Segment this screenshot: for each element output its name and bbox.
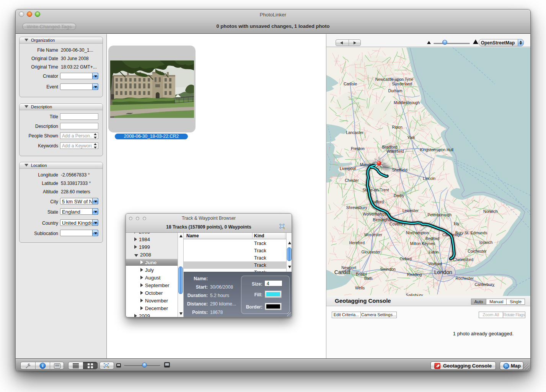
- svg-text:Lincoln: Lincoln: [423, 176, 435, 181]
- svg-text:i: i: [42, 363, 43, 368]
- svg-text:Preston: Preston: [351, 147, 365, 151]
- svg-text:Ely: Ely: [454, 222, 460, 226]
- svg-text:Cardiff: Cardiff: [334, 269, 350, 275]
- svg-text:London: London: [434, 269, 452, 275]
- svg-text:Sheffield: Sheffield: [392, 168, 407, 172]
- svg-text:Carlisle: Carlisle: [344, 82, 357, 86]
- svg-text:Salisbury: Salisbury: [406, 293, 423, 296]
- svg-text:Swindon: Swindon: [380, 267, 396, 271]
- svg-text:Gloucester: Gloucester: [361, 250, 381, 254]
- svg-text:Rochester: Rochester: [456, 276, 474, 281]
- svg-text:Bath: Bath: [364, 276, 373, 281]
- svg-text:Luton: Luton: [429, 250, 438, 254]
- svg-text:Wakefield: Wakefield: [386, 149, 404, 154]
- svg-text:Kingston upon Hull: Kingston upon Hull: [420, 148, 453, 152]
- svg-text:Watford: Watford: [428, 262, 442, 266]
- svg-text:Peterborough: Peterborough: [427, 213, 451, 217]
- svg-text:Sunderland: Sunderland: [392, 82, 412, 86]
- svg-text:Bedford: Bedford: [425, 237, 440, 241]
- svg-text:Norwich: Norwich: [483, 209, 498, 214]
- svg-text:Ipswich: Ipswich: [479, 240, 493, 245]
- svg-text:Wells: Wells: [355, 286, 365, 290]
- svg-text:Newcastle upon Tyne: Newcastle upon Tyne: [375, 77, 413, 82]
- svg-text:Durham: Durham: [388, 89, 403, 93]
- svg-text:Worcester: Worcester: [364, 233, 383, 237]
- svg-text:York: York: [407, 136, 415, 140]
- svg-text:Milton Keynes: Milton Keynes: [410, 242, 435, 246]
- svg-text:Lancaster: Lancaster: [346, 131, 363, 135]
- svg-text:Shrewsbury: Shrewsbury: [346, 206, 368, 210]
- svg-text:Bury St. Edmunds: Bury St. Edmunds: [455, 231, 487, 235]
- svg-text:Liverpool: Liverpool: [340, 167, 356, 171]
- svg-text:Oxford: Oxford: [400, 257, 412, 261]
- svg-text:Derby: Derby: [394, 194, 405, 198]
- svg-text:Canterbury: Canterbury: [474, 283, 494, 287]
- svg-text:Ripon: Ripon: [392, 125, 403, 129]
- svg-text:Colchester: Colchester: [468, 249, 487, 253]
- svg-text:Middlesbrough: Middlesbrough: [394, 101, 420, 105]
- svg-text:Chelmsford: Chelmsford: [453, 258, 473, 262]
- svg-text:Northampton: Northampton: [406, 231, 429, 235]
- svg-text:Hereford: Hereford: [349, 241, 365, 245]
- svg-text:Chester: Chester: [345, 178, 359, 183]
- svg-text:Reading: Reading: [407, 273, 422, 277]
- svg-text:Bradford: Bradford: [382, 145, 398, 149]
- svg-text:Leicester: Leicester: [403, 209, 419, 213]
